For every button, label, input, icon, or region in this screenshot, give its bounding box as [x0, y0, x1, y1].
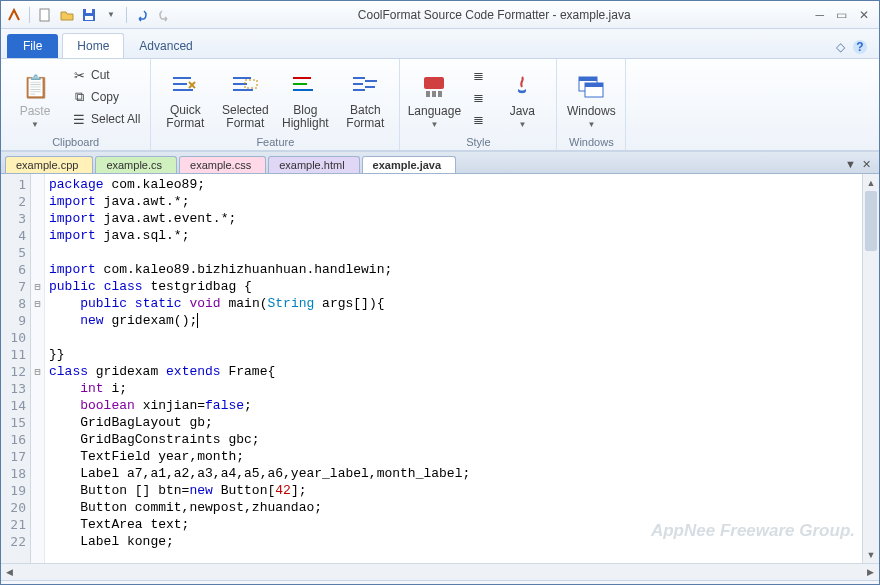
language-button[interactable]: Language▼	[406, 62, 462, 132]
svg-rect-26	[585, 83, 603, 87]
scroll-thumb[interactable]	[865, 191, 877, 251]
svg-rect-3	[86, 9, 92, 13]
copy-icon: ⧉	[71, 89, 87, 105]
ribbon-group-style: Language▼ ≣ ≣ ≣ Java▼ Style	[400, 59, 557, 150]
save-icon[interactable]	[80, 6, 98, 24]
help-icon[interactable]: ?	[853, 40, 867, 54]
app-icon[interactable]	[5, 6, 23, 24]
code-editor[interactable]: 12345678910111213141516171819202122 ⊟⊟⊟ …	[1, 173, 879, 563]
java-style-button[interactable]: Java▼	[494, 62, 550, 132]
quick-access-toolbar: ▼	[5, 6, 173, 24]
document-tabstrip: example.cppexample.csexample.cssexample.…	[1, 151, 879, 173]
svg-rect-22	[438, 91, 442, 97]
tab-home[interactable]: Home	[62, 33, 124, 58]
svg-rect-24	[579, 77, 597, 81]
ribbon-group-windows: Windows▼ Windows	[557, 59, 626, 150]
selected-format-button[interactable]: Selected Format	[217, 62, 273, 132]
titlebar: ▼ CoolFormat Source Code Formatter - exa…	[1, 1, 879, 29]
window-title: CoolFormat Source Code Formatter - examp…	[173, 8, 815, 22]
scroll-up-icon[interactable]: ▲	[863, 174, 879, 191]
doctab-example-cs[interactable]: example.cs	[95, 156, 177, 173]
paste-label: Paste	[20, 105, 51, 118]
cut-button[interactable]: ✂Cut	[67, 65, 144, 85]
fold-gutter[interactable]: ⊟⊟⊟	[31, 174, 45, 563]
batch-format-icon	[349, 70, 381, 102]
language-icon	[418, 71, 450, 103]
doctab-example-html[interactable]: example.html	[268, 156, 359, 173]
svg-rect-0	[40, 9, 49, 21]
paste-icon: 📋	[19, 71, 51, 103]
doctab-example-java[interactable]: example.java	[362, 156, 457, 173]
copy-button[interactable]: ⧉Copy	[67, 87, 144, 107]
collapse-ribbon-icon[interactable]: ◇	[836, 40, 845, 54]
selectall-button[interactable]: ☰Select All	[67, 109, 144, 129]
blog-highlight-icon	[289, 70, 321, 102]
style-list-1[interactable]: ≣	[466, 65, 490, 85]
style-list-3[interactable]: ≣	[466, 109, 490, 129]
scroll-right-icon[interactable]: ▶	[862, 567, 879, 577]
open-icon[interactable]	[58, 6, 76, 24]
style-list-2[interactable]: ≣	[466, 87, 490, 107]
ribbon-group-clipboard: 📋 Paste ▼ ✂Cut ⧉Copy ☰Select All Clipboa…	[1, 59, 151, 150]
svg-rect-19	[424, 77, 444, 89]
tab-advanced[interactable]: Advanced	[124, 33, 207, 58]
svg-rect-21	[432, 91, 436, 97]
paste-button[interactable]: 📋 Paste ▼	[7, 62, 63, 132]
svg-rect-2	[85, 16, 93, 20]
tab-dropdown-icon[interactable]: ▼	[845, 158, 856, 171]
redo-icon[interactable]	[155, 6, 173, 24]
batch-format-button[interactable]: Batch Format	[337, 62, 393, 132]
doctab-example-cpp[interactable]: example.cpp	[5, 156, 93, 173]
selected-format-icon	[229, 70, 261, 102]
line-number-gutter: 12345678910111213141516171819202122	[1, 174, 31, 563]
file-menu[interactable]: File	[7, 34, 58, 58]
ribbon-tabs: File Home Advanced ◇ ?	[1, 29, 879, 59]
cut-icon: ✂	[71, 67, 87, 83]
windows-button[interactable]: Windows▼	[563, 62, 619, 132]
quick-format-button[interactable]: Quick Format	[157, 62, 213, 132]
minimize-icon[interactable]: ─	[815, 8, 824, 22]
tab-close-icon[interactable]: ✕	[862, 158, 871, 171]
ribbon: 📋 Paste ▼ ✂Cut ⧉Copy ☰Select All Clipboa…	[1, 59, 879, 151]
close-icon[interactable]: ✕	[859, 8, 869, 22]
maximize-icon[interactable]: ▭	[836, 8, 847, 22]
svg-rect-20	[426, 91, 430, 97]
quick-format-icon	[169, 70, 201, 102]
scroll-left-icon[interactable]: ◀	[1, 567, 18, 577]
java-icon	[506, 71, 538, 103]
statusbar: WuHuan Product http://blog.csdn.net/akof…	[1, 580, 879, 585]
vertical-scrollbar[interactable]: ▲ ▼	[862, 174, 879, 563]
undo-icon[interactable]	[133, 6, 151, 24]
horizontal-scrollbar[interactable]: ◀ ▶	[1, 563, 879, 580]
selectall-icon: ☰	[71, 111, 87, 127]
ribbon-group-feature: Quick Format Selected Format Blog Highli…	[151, 59, 400, 150]
qat-dropdown-icon[interactable]: ▼	[102, 6, 120, 24]
code-area[interactable]: package com.kaleo89; import java.awt.*; …	[45, 174, 862, 563]
blog-highlight-button[interactable]: Blog Highlight	[277, 62, 333, 132]
doctab-example-css[interactable]: example.css	[179, 156, 266, 173]
windows-icon	[575, 71, 607, 103]
new-icon[interactable]	[36, 6, 54, 24]
scroll-down-icon[interactable]: ▼	[863, 546, 879, 563]
